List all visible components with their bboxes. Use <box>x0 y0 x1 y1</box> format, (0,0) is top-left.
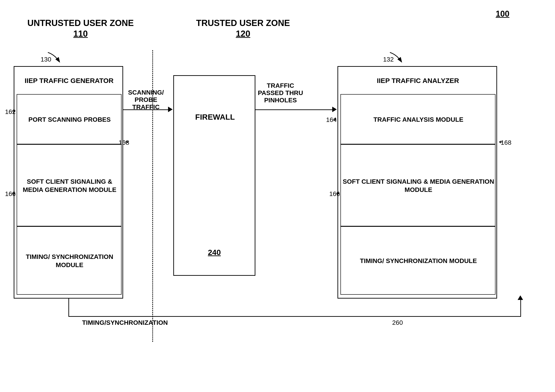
timing-bottom-line <box>68 316 521 317</box>
iiep-generator-box: IIEP TRAFFIC GENERATOR PORT SCANNING PRO… <box>14 66 123 298</box>
arrow-168-right <box>499 140 506 144</box>
soft-client-left-title: SOFT CLIENT SIGNALING & MEDIA GENERATION… <box>17 145 122 227</box>
arrow-132 <box>390 52 408 66</box>
arrow-166-right <box>336 191 341 196</box>
traffic-analysis-title: TRAFFIC ANALYSIS MODULE <box>341 94 496 145</box>
timing-sync-label: TIMING/SYNCHRONIZATION <box>82 319 168 326</box>
port-scanning-box: PORT SCANNING PROBES <box>17 94 122 144</box>
arrow-164 <box>333 117 337 122</box>
trusted-zone-label: TRUSTED USER ZONE 120 <box>196 18 290 39</box>
arrow-162 <box>12 109 16 114</box>
timing-left-title: TIMING/ SYNCHRONIZATION MODULE <box>17 227 122 295</box>
arrow-130 <box>48 52 66 66</box>
traffic-analysis-box: TRAFFIC ANALYSIS MODULE <box>340 94 496 144</box>
iiep-analyzer-title: IIEP TRAFFIC ANALYZER <box>338 67 498 94</box>
traffic-passed-label: TRAFFIC PASSED THRU PINHOLES <box>253 82 308 104</box>
soft-client-right-box: SOFT CLIENT SIGNALING & MEDIA GENERATION… <box>340 144 496 226</box>
diagram: 100 UNTRUSTED USER ZONE 110 TRUSTED USER… <box>0 0 555 392</box>
iiep-generator-title: IIEP TRAFFIC GENERATOR <box>14 67 124 94</box>
scanning-probe-label: SCANNING/ PROBE TRAFFIC <box>123 89 169 111</box>
timing-right-arrowhead <box>518 295 523 300</box>
ref-240: 240 <box>208 248 221 257</box>
arrow-168-left <box>125 140 130 144</box>
scanning-arrowhead <box>168 107 173 112</box>
ref-260: 260 <box>392 319 403 326</box>
arrow-166-left <box>12 191 16 196</box>
firewall-title: FIREWALL <box>174 103 256 131</box>
timing-left-connector-v <box>68 298 69 317</box>
timing-left-box: TIMING/ SYNCHRONIZATION MODULE <box>17 226 122 295</box>
ref-100: 100 <box>496 9 509 19</box>
timing-right-box: TIMING/ SYNCHRONIZATION MODULE <box>340 226 496 295</box>
soft-client-right-title: SOFT CLIENT SIGNALING & MEDIA GENERATION… <box>341 145 496 227</box>
port-scanning-title: PORT SCANNING PROBES <box>17 94 122 145</box>
timing-right-title: TIMING/ SYNCHRONIZATION MODULE <box>341 227 496 295</box>
iiep-analyzer-box: IIEP TRAFFIC ANALYZER TRAFFIC ANALYSIS M… <box>337 66 497 298</box>
traffic-arrow-line <box>255 109 333 110</box>
soft-client-left-box: SOFT CLIENT SIGNALING & MEDIA GENERATION… <box>17 144 122 226</box>
untrusted-zone-label: UNTRUSTED USER ZONE 110 <box>27 18 134 39</box>
traffic-arrowhead <box>332 107 337 112</box>
firewall-box: FIREWALL 240 <box>173 75 255 276</box>
timing-right-connector-v <box>520 298 521 317</box>
